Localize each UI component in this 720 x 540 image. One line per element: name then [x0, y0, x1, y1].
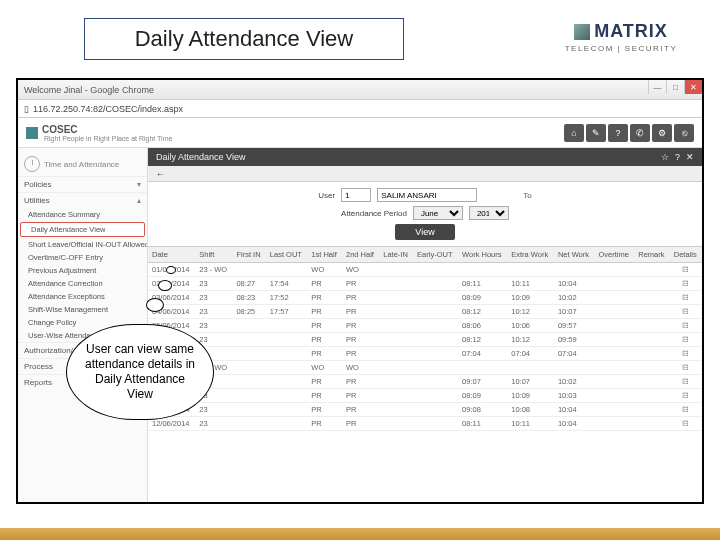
column-header[interactable]: 2nd Half — [342, 247, 379, 263]
to-label: To — [523, 191, 531, 200]
cell-eo — [413, 319, 458, 333]
topnav-icon-2[interactable]: ? — [608, 124, 628, 142]
cell-fi — [232, 347, 265, 361]
column-header[interactable]: Early-OUT — [413, 247, 458, 263]
cell-ot — [594, 361, 634, 375]
cell-h1: PR — [307, 375, 342, 389]
column-header[interactable]: Work Hours — [458, 247, 507, 263]
sidebar-section-policies[interactable]: Policies ▾ — [18, 176, 147, 192]
row-details-button[interactable]: ⊟ — [670, 389, 702, 403]
user-id-input[interactable] — [341, 188, 371, 202]
column-header[interactable]: Late-IN — [379, 247, 413, 263]
panel-header-icon-0[interactable]: ☆ — [661, 152, 669, 162]
cell-fi: 08:25 — [232, 305, 265, 319]
window-close-button[interactable]: ✕ — [684, 80, 702, 94]
cell-li — [379, 347, 413, 361]
row-details-button[interactable]: ⊟ — [670, 305, 702, 319]
cell-h2: PR — [342, 333, 379, 347]
row-details-button[interactable]: ⊟ — [670, 263, 702, 277]
column-header[interactable]: Last OUT — [266, 247, 308, 263]
cell-eo — [413, 277, 458, 291]
column-header[interactable]: 1st Half — [307, 247, 342, 263]
cell-lo: 17:52 — [266, 291, 308, 305]
topnav-icon-0[interactable]: ⌂ — [564, 124, 584, 142]
cell-h1: PR — [307, 291, 342, 305]
column-header[interactable]: Shift — [195, 247, 232, 263]
sidebar-item-utilities-4[interactable]: Previous Adjustment — [18, 264, 147, 277]
column-header[interactable]: Net Work — [554, 247, 595, 263]
topnav-icon-5[interactable]: ⎋ — [674, 124, 694, 142]
row-details-button[interactable]: ⊟ — [670, 417, 702, 431]
cell-rm — [634, 263, 670, 277]
sidebar-module-title: Time and Attendance — [44, 160, 119, 169]
column-header[interactable]: Overtime — [594, 247, 634, 263]
cell-wh: 08:12 — [458, 305, 507, 319]
cell-ot — [594, 291, 634, 305]
chevron-down-icon: ▾ — [137, 180, 141, 189]
brand-text: COSEC — [42, 124, 172, 135]
panel-header-icon-2[interactable]: ✕ — [686, 152, 694, 162]
row-details-button[interactable]: ⊟ — [670, 277, 702, 291]
browser-tab-title: Welcome Jinal - Google Chrome — [24, 85, 154, 95]
back-button[interactable]: ← — [156, 169, 165, 179]
row-details-button[interactable]: ⊟ — [670, 403, 702, 417]
url-bar[interactable]: ▯ 116.72.250.74:82/COSEC/index.aspx — [18, 100, 702, 118]
sidebar-section-label: Process — [24, 362, 53, 371]
topnav-icon-1[interactable]: ✎ — [586, 124, 606, 142]
row-details-button[interactable]: ⊟ — [670, 333, 702, 347]
row-details-button[interactable]: ⊟ — [670, 375, 702, 389]
sidebar-module-header[interactable]: Time and Attendance — [18, 152, 147, 176]
sidebar-item-utilities-5[interactable]: Attendance Correction — [18, 277, 147, 290]
cell-ot — [594, 403, 634, 417]
column-header[interactable]: First IN — [232, 247, 265, 263]
cell-ot — [594, 305, 634, 319]
cell-wh — [458, 263, 507, 277]
sidebar-item-utilities-6[interactable]: Attendance Exceptions — [18, 290, 147, 303]
topnav-icon-3[interactable]: ✆ — [630, 124, 650, 142]
table-row: 06/06/201423PRPR08:1210:1209:59⊟ — [148, 333, 702, 347]
window-maximize-button[interactable]: □ — [666, 80, 684, 94]
app-brand[interactable]: COSEC Right People in Right Place at Rig… — [26, 124, 172, 142]
cell-ot — [594, 389, 634, 403]
sidebar-section-utilities[interactable]: Utilities ▴ — [18, 192, 147, 208]
cell-nw — [554, 263, 595, 277]
cell-ew: 10:09 — [507, 389, 554, 403]
row-details-button[interactable]: ⊟ — [670, 361, 702, 375]
callout-bubble — [158, 280, 172, 291]
sidebar-item-utilities-7[interactable]: Shift-Wise Management — [18, 303, 147, 316]
callout-cloud: User can view same attendance details in… — [66, 324, 214, 420]
table-row: 10/06/201423PRPR08:0910:0910:03⊟ — [148, 389, 702, 403]
cell-rm — [634, 361, 670, 375]
column-header[interactable]: Extra Work — [507, 247, 554, 263]
cell-shift: 23 — [195, 305, 232, 319]
view-button[interactable]: View — [395, 224, 454, 240]
year-select[interactable]: 2014 — [469, 206, 509, 220]
cell-li — [379, 417, 413, 431]
table-row: 07/06/201423PRPR07:0407:0407:04⊟ — [148, 347, 702, 361]
cell-wh: 08:09 — [458, 389, 507, 403]
cell-li — [379, 291, 413, 305]
sidebar-item-utilities-0[interactable]: Attendance Summary — [18, 208, 147, 221]
logo-sub: TELECOM | SECURITY — [565, 44, 678, 53]
column-header[interactable]: Date — [148, 247, 195, 263]
sidebar-item-utilities-3[interactable]: Overtime/C-OFF Entry — [18, 251, 147, 264]
cell-li — [379, 319, 413, 333]
user-name-input[interactable] — [377, 188, 477, 202]
column-header[interactable]: Remark — [634, 247, 670, 263]
row-details-button[interactable]: ⊟ — [670, 319, 702, 333]
cell-ew: 10:11 — [507, 417, 554, 431]
month-select[interactable]: June — [413, 206, 463, 220]
row-details-button[interactable]: ⊟ — [670, 347, 702, 361]
sidebar-item-utilities-2[interactable]: Short Leave/Official IN-OUT Allowed — [18, 238, 147, 251]
topnav-icon-4[interactable]: ⚙ — [652, 124, 672, 142]
column-header[interactable]: Details — [670, 247, 702, 263]
panel-header: Daily Attendance View ☆?✕ — [148, 148, 702, 166]
row-details-button[interactable]: ⊟ — [670, 291, 702, 305]
cell-lo: 17:57 — [266, 305, 308, 319]
panel-header-icon-1[interactable]: ? — [675, 152, 680, 162]
window-minimize-button[interactable]: — — [648, 80, 666, 94]
panel-subheader: ← — [148, 166, 702, 182]
cell-ew: 10:09 — [507, 291, 554, 305]
sidebar-item-utilities-1[interactable]: Daily Attendance View — [20, 222, 145, 237]
cell-wh — [458, 361, 507, 375]
